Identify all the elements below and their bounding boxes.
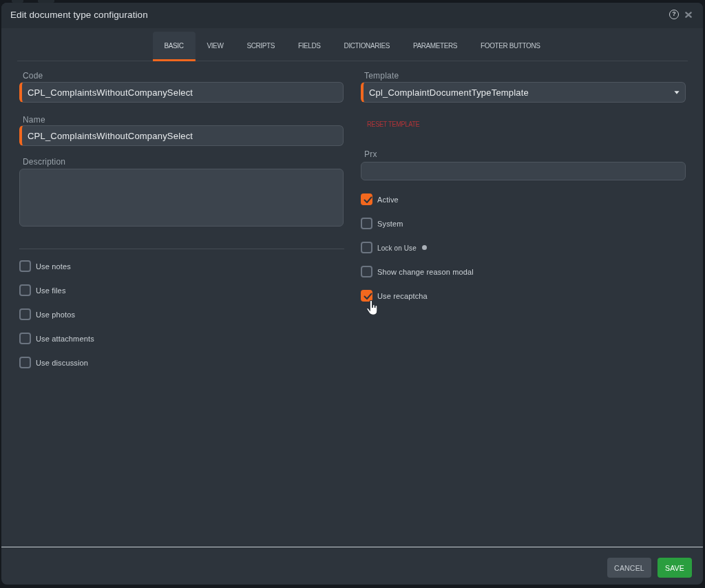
footer-divider	[1, 547, 703, 547]
reset-template-button[interactable]: RESET TEMPLATE	[367, 120, 419, 128]
help-icon[interactable]: ?	[669, 10, 679, 19]
checkbox-box	[19, 357, 31, 368]
tab-view[interactable]: VIEW	[195, 32, 235, 61]
edit-document-type-dialog: Edit document type configuration ? BASIC…	[1, 3, 703, 585]
prx-label: Prx	[364, 149, 377, 159]
checkbox-box	[19, 260, 31, 272]
description-textarea[interactable]	[19, 169, 344, 227]
tab-parameters[interactable]: PARAMETERS	[401, 32, 469, 61]
active-checkbox[interactable]: Active	[361, 193, 474, 205]
template-label: Template	[364, 71, 399, 81]
code-input[interactable]	[19, 82, 344, 103]
use-discussion-checkbox[interactable]: Use discussion	[19, 357, 94, 368]
system-checkbox[interactable]: System	[361, 218, 474, 229]
save-button[interactable]: SAVE	[657, 558, 692, 578]
checkbox-box	[361, 193, 372, 205]
info-dot-icon	[422, 245, 428, 251]
checkbox-box	[361, 266, 372, 277]
cancel-button[interactable]: CANCEL	[607, 558, 651, 578]
name-input[interactable]	[19, 125, 344, 146]
select-caret-icon	[674, 91, 680, 94]
tab-bar: BASIC VIEW SCRIPTS FIELDS DICTIONARIES P…	[152, 32, 551, 61]
template-select[interactable]: Cpl_ComplaintDocumentTypeTemplate	[361, 82, 686, 103]
checkbox-box	[361, 218, 372, 229]
dialog-header: Edit document type configuration ?	[1, 3, 703, 28]
tab-dictionaries[interactable]: DICTIONARIES	[333, 32, 401, 61]
use-files-checkbox[interactable]: Use files	[19, 284, 94, 296]
show-change-reason-modal-checkbox[interactable]: Show change reason modal	[361, 266, 474, 277]
use-attachments-checkbox[interactable]: Use attachments	[19, 333, 94, 344]
prx-input[interactable]	[361, 162, 686, 180]
use-photos-checkbox[interactable]: Use photos	[19, 308, 94, 320]
checkbox-box	[361, 242, 372, 253]
checkbox-box	[19, 284, 31, 296]
header-icons: ?	[669, 3, 692, 27]
name-label: Name	[23, 115, 45, 125]
use-recaptcha-checkbox[interactable]: Use recaptcha	[361, 290, 474, 302]
checkbox-box	[19, 333, 31, 344]
tab-footer-buttons[interactable]: FOOTER BUTTONS	[469, 32, 551, 61]
use-notes-checkbox[interactable]: Use notes	[19, 260, 94, 272]
tab-fields[interactable]: FIELDS	[286, 32, 333, 61]
checkbox-box	[361, 290, 372, 302]
left-section-divider	[19, 249, 344, 249]
template-select-value: Cpl_ComplaintDocumentTypeTemplate	[369, 87, 529, 98]
close-icon[interactable]	[685, 12, 692, 18]
tab-scripts[interactable]: SCRIPTS	[235, 32, 286, 61]
right-checkbox-group: Active System Lock on Use Show change re…	[361, 193, 474, 314]
description-label: Description	[23, 157, 65, 167]
dialog-title: Edit document type configuration	[10, 10, 148, 20]
checkbox-box	[19, 308, 31, 320]
left-checkbox-group: Use notes Use files Use photos Use attac…	[19, 260, 94, 381]
tab-basic[interactable]: BASIC	[152, 32, 195, 61]
lock-on-use-checkbox[interactable]: Lock on Use	[361, 242, 474, 253]
code-label: Code	[23, 71, 43, 81]
